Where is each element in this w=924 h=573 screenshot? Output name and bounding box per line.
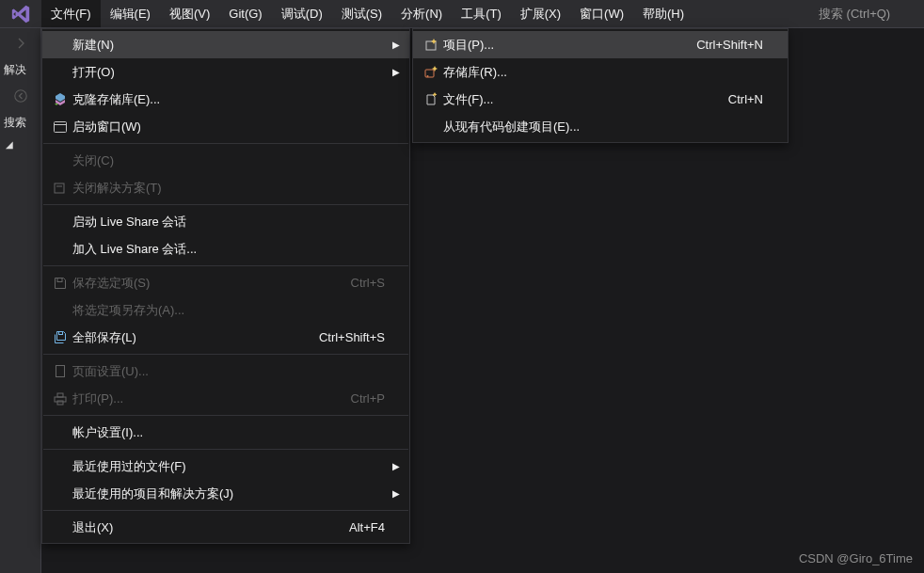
chevron-right-icon: ▶: [392, 488, 400, 499]
new-submenu: 项目(P)... Ctrl+Shift+N 存储库(R)... 文件(F)...…: [412, 28, 789, 143]
new-file-icon: [419, 92, 443, 107]
menuitem-account-settings[interactable]: 帐户设置(I)...: [42, 419, 409, 446]
menuitem-label: 启动 Live Share 会话: [72, 214, 385, 231]
menuitem-shortcut: Alt+F4: [349, 520, 385, 534]
menu-view[interactable]: 视图(V): [160, 0, 219, 27]
menuitem-save-as: 将选定项另存为(A)...: [42, 296, 409, 324]
svg-rect-6: [59, 331, 63, 334]
menuitem-join-liveshare[interactable]: 加入 Live Share 会话...: [42, 235, 409, 263]
menu-separator: [43, 265, 408, 266]
menuitem-save-selected: 保存选定项(S) Ctrl+S: [42, 269, 409, 296]
svg-point-0: [14, 90, 25, 102]
menuitem-save-all[interactable]: 全部保存(L) Ctrl+Shift+S: [42, 324, 409, 351]
menuitem-print: 打印(P)... Ctrl+P: [42, 385, 409, 412]
menuitem-shortcut: Ctrl+Shift+S: [319, 330, 385, 344]
menu-edit[interactable]: 编辑(E): [101, 0, 160, 27]
menuitem-new-repo[interactable]: 存储库(R)...: [413, 58, 788, 86]
file-dropdown-menu: 新建(N) ▶ 打开(O) ▶ 克隆存储库(E)... 启动窗口(W) 关闭(C…: [41, 28, 410, 544]
save-all-icon: [48, 330, 72, 345]
menuitem-shortcut: Ctrl+N: [728, 92, 763, 106]
nav-forward-icon[interactable]: [13, 30, 28, 56]
svg-rect-12: [425, 70, 434, 77]
window-icon: [48, 119, 72, 135]
menuitem-label: 项目(P)...: [443, 37, 674, 54]
svg-rect-3: [55, 183, 64, 193]
menuitem-page-setup: 页面设置(U)...: [42, 358, 409, 385]
menuitem-new-file[interactable]: 文件(F)... Ctrl+N: [413, 86, 788, 113]
menu-file[interactable]: 文件(F): [41, 0, 101, 27]
svg-rect-9: [57, 393, 63, 397]
menuitem-label: 将选定项另存为(A)...: [72, 302, 385, 319]
menu-separator: [43, 415, 408, 416]
menu-help[interactable]: 帮助(H): [633, 0, 693, 27]
menuitem-label: 保存选定项(S): [72, 275, 328, 292]
menu-analysis[interactable]: 分析(N): [391, 0, 452, 27]
menu-git[interactable]: Git(G): [219, 0, 271, 27]
menuitem-label: 最近使用的项目和解决方案(J): [72, 485, 385, 502]
menuitem-new[interactable]: 新建(N) ▶: [42, 31, 409, 58]
menuitem-label: 退出(X): [72, 519, 327, 536]
watermark-text: CSDN @Giro_6Time: [799, 551, 913, 565]
menuitem-new-project[interactable]: 项目(P)... Ctrl+Shift+N: [413, 31, 788, 58]
page-setup-icon: [48, 364, 72, 379]
svg-point-13: [427, 75, 429, 77]
menu-debug[interactable]: 调试(D): [272, 0, 332, 27]
visual-studio-logo: [0, 0, 41, 27]
nav-back-icon[interactable]: [13, 83, 28, 109]
menu-window[interactable]: 窗口(W): [570, 0, 633, 27]
new-project-icon: [419, 38, 443, 53]
menuitem-label: 存储库(R)...: [443, 64, 763, 81]
menuitem-label: 加入 Live Share 会话...: [72, 241, 385, 258]
menuitem-label: 关闭(C): [72, 152, 385, 169]
print-icon: [48, 391, 72, 406]
menubar-items: 文件(F) 编辑(E) 视图(V) Git(G) 调试(D) 测试(S) 分析(…: [41, 0, 693, 27]
menuitem-close-solution: 关闭解决方案(T): [42, 174, 409, 201]
menuitem-recent-projects[interactable]: 最近使用的项目和解决方案(J) ▶: [42, 480, 409, 507]
menu-separator: [43, 510, 408, 511]
left-sidebar: 解决 搜索 ◢: [0, 28, 41, 573]
menuitem-label: 全部保存(L): [72, 329, 296, 346]
new-repo-icon: [419, 65, 443, 80]
menuitem-start-window[interactable]: 启动窗口(W): [42, 113, 409, 140]
menuitem-start-liveshare[interactable]: 启动 Live Share 会话: [42, 208, 409, 235]
menuitem-shortcut: Ctrl+Shift+N: [696, 38, 763, 52]
close-solution-icon: [48, 181, 72, 196]
menuitem-label: 帐户设置(I)...: [72, 424, 385, 441]
menuitem-shortcut: Ctrl+P: [351, 391, 385, 406]
chevron-right-icon: ▶: [392, 40, 400, 50]
menu-separator: [43, 354, 408, 355]
menuitem-shortcut: Ctrl+S: [351, 276, 385, 290]
menu-separator: [43, 143, 408, 144]
chevron-right-icon: ▶: [392, 461, 400, 471]
save-icon: [48, 276, 72, 291]
menuitem-label: 从现有代码创建项目(E)...: [443, 119, 763, 135]
menu-test[interactable]: 测试(S): [332, 0, 391, 27]
menubar: 文件(F) 编辑(E) 视图(V) Git(G) 调试(D) 测试(S) 分析(…: [0, 0, 924, 28]
menuitem-new-from-existing[interactable]: 从现有代码创建项目(E)...: [413, 113, 788, 140]
menuitem-recent-files[interactable]: 最近使用过的文件(F) ▶: [42, 453, 409, 480]
menuitem-label: 新建(N): [72, 37, 385, 54]
menuitem-close: 关闭(C): [42, 147, 409, 174]
menu-extensions[interactable]: 扩展(X): [511, 0, 570, 27]
menuitem-label: 打开(O): [72, 64, 385, 81]
menuitem-label: 页面设置(U)...: [72, 363, 385, 380]
menuitem-label: 文件(F)...: [443, 91, 706, 108]
menu-separator: [43, 449, 408, 450]
menuitem-exit[interactable]: 退出(X) Alt+F4: [42, 514, 409, 541]
chevron-right-icon: ▶: [392, 67, 400, 77]
menu-separator: [43, 204, 408, 205]
menu-tools[interactable]: 工具(T): [452, 0, 511, 27]
clone-icon: [48, 92, 72, 107]
svg-rect-5: [57, 278, 62, 281]
sidebar-solution-label[interactable]: 解决: [0, 56, 40, 83]
collapse-triangle-icon[interactable]: ◢: [0, 139, 40, 150]
search-input[interactable]: 搜索 (Ctrl+Q): [811, 0, 924, 27]
menuitem-clone-repo[interactable]: 克隆存储库(E)...: [42, 86, 409, 113]
svg-rect-7: [56, 365, 65, 376]
svg-rect-1: [55, 121, 67, 132]
menuitem-label: 克隆存储库(E)...: [72, 91, 385, 108]
menuitem-label: 打印(P)...: [72, 390, 328, 407]
sidebar-search-label[interactable]: 搜索: [0, 109, 40, 135]
menuitem-open[interactable]: 打开(O) ▶: [42, 58, 409, 86]
menuitem-label: 启动窗口(W): [72, 119, 385, 135]
